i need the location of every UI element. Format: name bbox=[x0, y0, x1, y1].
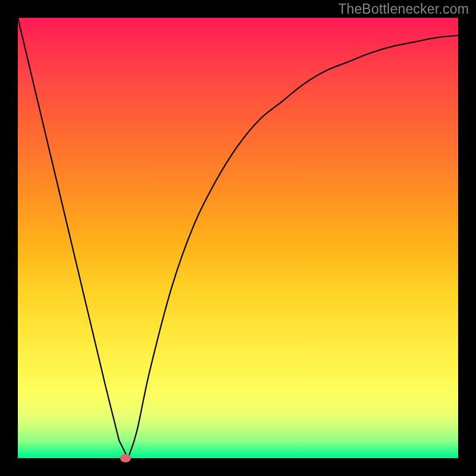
watermark-label: TheBottlenecker.com bbox=[338, 1, 469, 17]
minimum-marker bbox=[120, 454, 131, 462]
curve-path bbox=[18, 18, 458, 458]
bottleneck-curve bbox=[18, 18, 458, 458]
chart-container: TheBottlenecker.com bbox=[0, 0, 476, 476]
plot-area bbox=[18, 18, 458, 458]
